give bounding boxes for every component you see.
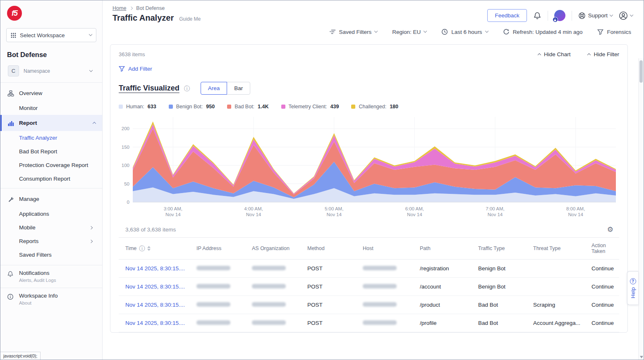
sidebar-item-consumption-report[interactable]: Consumption Report bbox=[0, 172, 102, 186]
legend-item[interactable]: Bad Bot: 1.4K bbox=[227, 104, 268, 110]
namespace-selector[interactable]: C Namespace bbox=[4, 62, 99, 82]
svg-text:Nov 14: Nov 14 bbox=[165, 212, 181, 217]
column-header-traffic-type[interactable]: Traffic Type bbox=[472, 241, 527, 256]
workspace-selector[interactable]: Select Workspace bbox=[6, 28, 96, 42]
column-header-method[interactable]: Method bbox=[301, 241, 356, 256]
forensics-button[interactable]: Forensics bbox=[597, 29, 631, 35]
chevron-up-icon bbox=[93, 122, 96, 125]
notifications-bell-icon[interactable] bbox=[533, 12, 541, 20]
cell-threat-type: Account Aggrega... bbox=[527, 315, 585, 331]
refresh-icon bbox=[503, 29, 510, 35]
content: 3638 items Hide Chart Hide Filter bbox=[110, 44, 628, 333]
redacted-text bbox=[363, 284, 397, 288]
chevron-right-icon bbox=[129, 7, 133, 10]
clock-icon bbox=[441, 29, 448, 35]
sidebar-item-applications[interactable]: Applications bbox=[0, 207, 102, 221]
sidebar-item-workspace-info[interactable]: Workspace Info About bbox=[0, 288, 102, 310]
sidebar-item-monitor[interactable]: Monitor bbox=[0, 101, 102, 115]
scrollbar-thumb[interactable] bbox=[639, 60, 643, 83]
breadcrumb-home-link[interactable]: Home bbox=[113, 5, 126, 11]
cell-method: POST bbox=[301, 296, 356, 313]
hide-chart-toggle[interactable]: Hide Chart bbox=[538, 51, 571, 57]
sidebar-item-protection-coverage-report[interactable]: Protection Coverage Report bbox=[0, 158, 102, 172]
column-header-host[interactable]: Host bbox=[356, 241, 413, 256]
bar-chart-icon bbox=[7, 119, 14, 126]
column-header-time[interactable]: Timeⓘ bbox=[119, 241, 190, 256]
support-menu[interactable]: Support bbox=[578, 12, 613, 19]
sidebar-item-bad-bot-report[interactable]: Bad Bot Report bbox=[0, 145, 102, 158]
column-header-threat-type[interactable]: Threat Type bbox=[527, 241, 585, 256]
guide-me-link[interactable]: Guide Me bbox=[179, 16, 201, 22]
table-row[interactable]: Nov 14 2025, 8:30:15....POST/productBad … bbox=[119, 296, 619, 314]
gear-icon[interactable]: ⚙ bbox=[607, 226, 613, 233]
legend-item[interactable]: Human: 633 bbox=[119, 104, 156, 110]
sidebar-item-label: Notifications bbox=[19, 270, 50, 276]
help-tab[interactable]: ? Help bbox=[627, 271, 638, 305]
legend-value: 633 bbox=[148, 104, 156, 110]
column-header-path[interactable]: Path bbox=[413, 241, 472, 256]
info-icon[interactable]: ⓘ bbox=[139, 246, 145, 251]
hide-filter-toggle[interactable]: Hide Filter bbox=[588, 51, 619, 57]
feedback-button[interactable]: Feedback bbox=[487, 9, 527, 22]
table-row[interactable]: Nov 14 2025, 8:30:15....POST/profileBad … bbox=[119, 314, 619, 332]
sidebar-item-mobile[interactable]: Mobile bbox=[0, 221, 102, 234]
info-circle-icon bbox=[7, 293, 14, 301]
cell-host bbox=[356, 278, 413, 295]
sidebar-item-label: Overview bbox=[19, 90, 42, 96]
legend-item[interactable]: Challenged: 180 bbox=[351, 104, 398, 110]
svg-text:3:00 AM,: 3:00 AM, bbox=[164, 206, 182, 211]
time-range-dropdown[interactable]: Last 6 hours bbox=[441, 29, 488, 35]
table-row[interactable]: Nov 14 2025, 8:30:15....POST/accountBeni… bbox=[119, 278, 619, 296]
area-view-button[interactable]: Area bbox=[201, 82, 227, 95]
avatar[interactable] bbox=[554, 10, 565, 21]
column-header-action-taken[interactable]: Action Taken bbox=[585, 238, 622, 259]
saved-filters-dropdown[interactable]: Saved Filters bbox=[330, 29, 378, 35]
bar-view-button[interactable]: Bar bbox=[227, 82, 250, 95]
chart-title: Traffic Visualized bbox=[119, 84, 180, 93]
column-header-ip-address[interactable]: IP Address bbox=[190, 241, 245, 256]
divider bbox=[548, 11, 548, 21]
info-icon[interactable]: ⓘ bbox=[184, 86, 190, 91]
redacted-text bbox=[252, 266, 286, 270]
column-header-as-organization[interactable]: AS Organization bbox=[245, 241, 301, 256]
wrench-icon bbox=[7, 195, 14, 203]
region-dropdown[interactable]: Region: EU bbox=[392, 29, 426, 35]
legend-swatch bbox=[281, 105, 285, 109]
table-row[interactable]: Nov 14 2025, 8:30:15....POST/registratio… bbox=[119, 260, 619, 278]
svg-text:6:00 AM,: 6:00 AM, bbox=[405, 206, 424, 211]
time-link[interactable]: Nov 14 2025, 8:30:15.... bbox=[125, 302, 185, 308]
cell-action-taken: Continue bbox=[585, 260, 622, 277]
sidebar-item-report[interactable]: Report bbox=[0, 115, 102, 131]
sidebar-item-saved-filters[interactable]: Saved Filters bbox=[0, 248, 102, 262]
svg-text:150: 150 bbox=[122, 145, 129, 150]
cell-method: POST bbox=[301, 315, 356, 331]
redacted-text bbox=[363, 266, 397, 270]
chevron-up-icon bbox=[587, 53, 591, 57]
time-link[interactable]: Nov 14 2025, 8:30:15.... bbox=[125, 320, 185, 326]
legend-item[interactable]: Benign Bot: 950 bbox=[169, 104, 215, 110]
f5-logo[interactable]: f5 bbox=[7, 6, 22, 21]
status-bar: javascript:void(0); bbox=[0, 352, 41, 360]
sidebar-item-manage[interactable]: Manage bbox=[0, 191, 102, 207]
time-link[interactable]: Nov 14 2025, 8:30:15.... bbox=[125, 284, 185, 290]
svg-text:Nov 14: Nov 14 bbox=[326, 212, 342, 217]
account-menu[interactable] bbox=[619, 11, 633, 20]
svg-text:Nov 14: Nov 14 bbox=[407, 212, 422, 217]
add-filter-button[interactable]: Add Filter bbox=[119, 66, 619, 72]
main-area: Home Bot Defense Traffic Analyzer Guide … bbox=[103, 0, 644, 360]
namespace-badge: C bbox=[8, 65, 19, 76]
logo-row: f5 bbox=[0, 0, 102, 25]
scroll-down-arrow[interactable] bbox=[640, 356, 643, 358]
vertical-scrollbar[interactable] bbox=[638, 58, 644, 360]
sort-icon[interactable] bbox=[147, 246, 151, 251]
question-circle-icon: ? bbox=[630, 278, 636, 284]
sidebar-item-overview[interactable]: Overview bbox=[0, 85, 102, 101]
sidebar-item-reports[interactable]: Reports bbox=[0, 234, 102, 248]
sidebar-item-traffic-analyzer[interactable]: Traffic Analyzer bbox=[0, 131, 102, 145]
legend-item[interactable]: Telemetry Client: 439 bbox=[281, 104, 339, 110]
time-link[interactable]: Nov 14 2025, 8:30:15.... bbox=[125, 265, 185, 272]
refresh-button[interactable]: Refresh: Updated 4 min ago bbox=[503, 29, 583, 35]
sidebar-item-notifications[interactable]: Notifications Alerts, Audit Logs bbox=[0, 265, 102, 288]
filter-toolbar: Saved Filters Region: EU Last 6 hours Re… bbox=[103, 24, 644, 38]
cell-traffic-type: Benign Bot bbox=[472, 278, 527, 295]
